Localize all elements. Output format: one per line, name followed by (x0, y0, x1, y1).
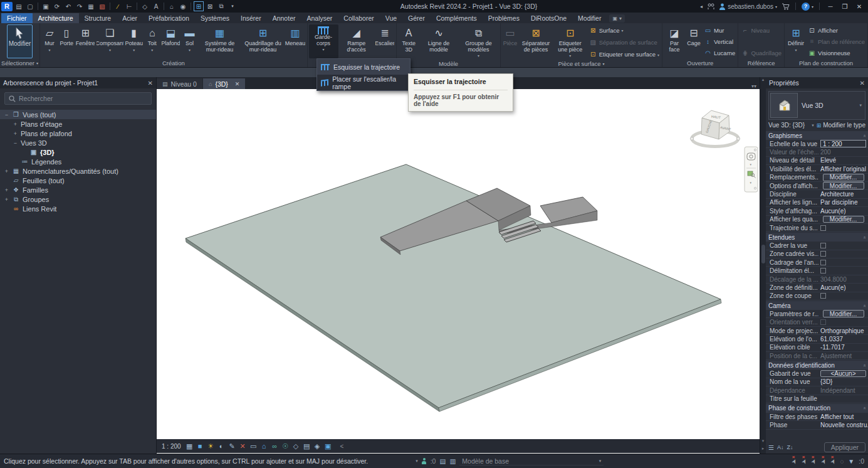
section-pin-icon[interactable]: » (861, 304, 867, 307)
tree-expander[interactable]: + (13, 130, 18, 137)
property-value-cell[interactable]: Indépendant (818, 387, 868, 394)
viewbar-visual-style-icon[interactable]: ■ (196, 442, 205, 450)
property-value-cell[interactable]: Aucun(e) (818, 208, 868, 215)
ribbon-tab-gerer[interactable]: Gérer (402, 13, 431, 23)
viewbar-detail-level-icon[interactable]: ▦ (185, 442, 194, 450)
par-face-button[interactable]: ◪Par face (664, 24, 685, 58)
porte-button[interactable]: ▯Porte (58, 24, 75, 58)
vertical-scrollbar[interactable]: ▴ ▾ ▸ (760, 77, 766, 454)
sort-desc-icon[interactable]: Z↓ (787, 444, 793, 450)
sort-asc-icon[interactable]: A↓ (777, 444, 784, 450)
toit-button[interactable]: ⌂Toit▾ (144, 24, 160, 58)
ribbon-tab-acier[interactable]: Acier (117, 13, 143, 23)
property-checkbox[interactable] (820, 268, 826, 274)
ribbon-tab-dirootsone[interactable]: DiRootsOne (525, 13, 572, 23)
editing-requests-icon[interactable] (422, 458, 427, 464)
viewbar-sketchy-lines-icon[interactable]: ✎ (227, 442, 237, 450)
viewbar-crop-view-icon[interactable]: ✕ (238, 442, 248, 450)
default-3d-view-icon[interactable]: ⌂ (167, 1, 177, 11)
escalier-button[interactable]: ≣Escalier (375, 24, 395, 58)
instance-selector[interactable]: Vue 3D: {3D} (768, 122, 809, 129)
viewbar-locked-3d-icon[interactable]: ⌂ (259, 442, 269, 450)
tag-icon[interactable]: ◇ (140, 1, 150, 11)
design-option-dropdown[interactable]: Modèle de base ▾ (459, 457, 604, 465)
ribbon-tab-problemes[interactable]: Problèmes (483, 13, 525, 23)
undo-icon[interactable]: ↶ (63, 1, 73, 11)
print-icon[interactable]: ▦ (86, 1, 96, 11)
property-value-cell[interactable]: 1 : 200 (818, 140, 868, 147)
quadrillage-du-mur-rideau-button[interactable]: ⊞Quadrillage du mur-rideau (241, 24, 284, 58)
tree-expander[interactable]: − (4, 112, 9, 118)
scroll-up-icon[interactable]: ▴ (762, 77, 765, 85)
section-pin-icon[interactable]: » (861, 134, 867, 137)
property-modify-button[interactable]: Modifier... (823, 216, 864, 223)
property-modify-button[interactable]: Modifier... (823, 310, 864, 317)
instance-arrow-icon[interactable]: ▾ (812, 123, 814, 128)
property-modify-button[interactable]: Modifier... (823, 182, 864, 189)
tree-item-plans-d-etage[interactable]: +Plans d'étage (0, 119, 156, 129)
file-menu-icon[interactable]: ▤ (14, 1, 24, 11)
tree-item-liens-revit[interactable]: ∞Liens Revit (0, 204, 156, 213)
groupe-de-modeles-button[interactable]: ⧉Groupe de modèles▾ (458, 24, 499, 60)
thin-lines-icon[interactable]: ⊞ (194, 1, 204, 11)
status-select-by-face-icon[interactable]: ➤× (819, 457, 828, 465)
select-panel-label[interactable]: Sélectionner▾ (0, 58, 39, 67)
viewbar-reveal-hidden-icon[interactable]: ∞ (270, 442, 280, 450)
property-value-cell[interactable]: Modifier... (818, 310, 868, 317)
viewbar-sun-path-icon[interactable]: ☀ (206, 442, 216, 450)
ribbon-tab-vue[interactable]: Vue (380, 13, 402, 23)
sort-menu-icon[interactable]: ☰ (768, 444, 774, 451)
property-modify-button[interactable]: Modifier... (823, 174, 864, 181)
section-header-etendues[interactable]: Etendues» (766, 233, 868, 242)
sketch-path-menu-item[interactable]: Esquisser la trajectoire (317, 59, 410, 75)
text-icon[interactable]: A (151, 1, 161, 11)
viewbar-reveal-constraints-icon[interactable]: ▣ (323, 442, 333, 450)
ribbon-tab-annoter[interactable]: Annoter (267, 13, 301, 23)
property-checkbox[interactable] (820, 260, 826, 265)
cage-button[interactable]: ⊟Cage (686, 24, 702, 58)
section-header-donnees-d-identification[interactable]: Données d'identification» (766, 361, 868, 370)
ribbon-tab-analyser[interactable]: Analyser (301, 13, 338, 23)
section-header-phase-de-construction[interactable]: Phase de construction» (766, 404, 868, 413)
property-value-cell[interactable]: 61.0337 (818, 336, 868, 343)
etiqueter-une-surface-button[interactable]: ⊡Etiqueter une surface▾ (589, 50, 659, 60)
tree-item-legendes[interactable]: ≔Légendes (0, 157, 156, 166)
ligne-de-modele-button[interactable]: ∿Ligne de modèle (420, 24, 457, 60)
scroll-down-icon[interactable]: ▾ (762, 439, 765, 446)
ribbon-tab-modifier[interactable]: Modifier (572, 13, 607, 23)
ribbon-tab-prefabrication[interactable]: Préfabrication (143, 13, 195, 23)
customize-qat-icon[interactable]: ▾ (227, 1, 238, 11)
collapse-search-icon[interactable]: ◂ (700, 4, 703, 9)
switch-windows-icon[interactable]: ⧉ (216, 1, 226, 11)
measure-icon[interactable]: ∕ (113, 1, 123, 11)
worksets-icon[interactable]: ▤ (439, 457, 446, 465)
export-icon[interactable]: ▧ (97, 1, 107, 11)
status-select-links-icon[interactable]: ➤× (790, 457, 799, 465)
visionneuse-button[interactable]: ▣Visionneuse (808, 48, 865, 58)
tree-item-vues-3d[interactable]: −Vues 3D (0, 138, 156, 147)
apply-button[interactable]: Appliquer (824, 442, 865, 452)
property-checkbox[interactable] (820, 293, 826, 299)
surface-button[interactable]: ⊠Surface▾ (589, 25, 659, 35)
view-tab-niveau-0[interactable]: ▤ Niveau 0 (157, 78, 202, 89)
property-value-cell[interactable]: 200 (818, 149, 868, 156)
property-value-cell[interactable]: Modifier... (818, 174, 868, 181)
tree-item-familles[interactable]: +❖Familles (0, 185, 156, 194)
help-icon[interactable]: ?▾ (802, 3, 813, 11)
view-tab-3d[interactable]: ⌂ {3D} ✕ (203, 78, 245, 89)
property-value-cell[interactable]: Afficher l'original (818, 166, 868, 173)
property-value-cell[interactable]: Afficher tout (818, 413, 868, 420)
panel-label-reference[interactable]: Référence (738, 58, 784, 67)
viewbar-show-crop-icon[interactable]: ▭ (249, 442, 258, 450)
section-header-camera[interactable]: Caméra» (766, 301, 868, 310)
property-value-cell[interactable]: {3D} (818, 378, 868, 385)
drawing-area[interactable]: HAUT GAUCHE AVANT ▾ (157, 89, 760, 439)
browser-close-icon[interactable]: ✕ (148, 80, 153, 87)
ribbon-tab-architecture[interactable]: Architecture (33, 13, 79, 23)
status-drag-on-selection-icon[interactable]: ➤× (829, 457, 837, 465)
section-header-graphismes[interactable]: Graphismes» (766, 131, 868, 140)
place-on-stair-menu-item[interactable]: Placer sur l'escalier/la rampe (317, 75, 410, 90)
tree-expander[interactable]: − (13, 140, 18, 146)
property-value-cell[interactable]: Aucun(e) (818, 284, 868, 291)
tree-expander[interactable]: + (4, 196, 9, 203)
